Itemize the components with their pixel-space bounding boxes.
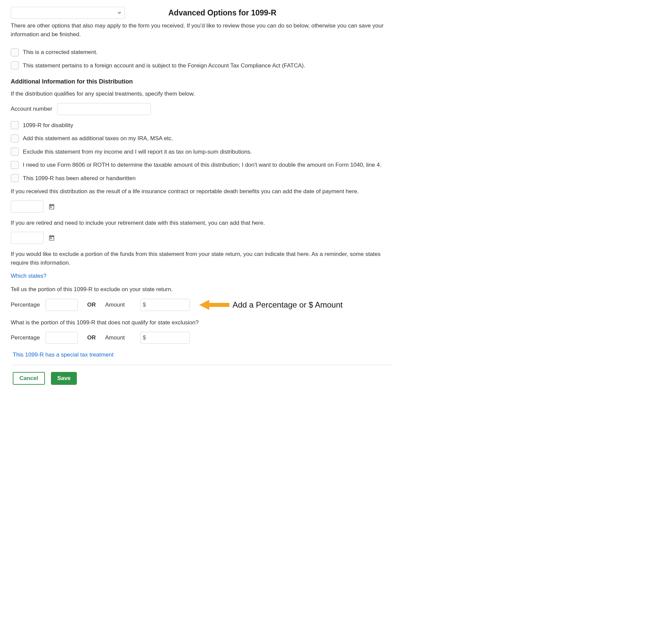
save-button[interactable]: Save <box>51 372 77 385</box>
form8606-label: I need to use Form 8606 or ROTH to deter… <box>23 161 381 169</box>
form8606-checkbox[interactable] <box>11 161 19 169</box>
not-qualify-text: What is the portion of this 1099-R that … <box>11 318 392 327</box>
account-number-label: Account number <box>11 105 52 113</box>
calendar-icon[interactable] <box>48 203 55 210</box>
notqualify-amount-label: Amount <box>105 334 136 342</box>
exclude-percentage-input[interactable] <box>46 299 78 311</box>
or-text: OR <box>87 301 96 309</box>
account-number-input[interactable] <box>57 103 151 115</box>
exclude-income-checkbox[interactable] <box>11 147 19 156</box>
corrected-label: This is a corrected statement. <box>23 48 98 57</box>
annotation-text: Add a Percentage or $ Amount <box>233 300 343 310</box>
top-select[interactable] <box>11 7 125 19</box>
cancel-button[interactable]: Cancel <box>13 372 45 385</box>
page-title: Advanced Options for 1099-R <box>168 7 276 19</box>
intro-text: There are other options that also may ap… <box>11 21 392 39</box>
life-insurance-date-input[interactable] <box>11 201 44 213</box>
life-insurance-desc: If you received this distribution as the… <box>11 187 392 196</box>
disability-checkbox[interactable] <box>11 121 19 129</box>
exclude-percentage-label: Percentage <box>11 301 41 309</box>
notqualify-percentage-label: Percentage <box>11 334 41 342</box>
state-exclude-intro: If you would like to exclude a portion o… <box>11 250 392 267</box>
special-treatment-link[interactable]: This 1099-R has a special tax treatment <box>13 351 113 358</box>
or-text: OR <box>87 334 96 342</box>
disability-label: 1099-R for disability <box>23 121 73 130</box>
tell-us-text: Tell us the portion of this 1099-R to ex… <box>11 285 392 294</box>
retirement-date-input[interactable] <box>11 232 44 244</box>
divider <box>11 365 392 365</box>
exclude-amount-input[interactable] <box>140 299 190 311</box>
svg-marker-0 <box>199 300 229 310</box>
addl-taxes-label: Add this statement as additional taxes o… <box>23 134 173 143</box>
arrow-left-icon <box>199 298 229 312</box>
additional-desc: If the distribution qualifies for any sp… <box>11 90 392 98</box>
altered-label: This 1099-R has been altered or handwrit… <box>23 174 136 183</box>
exclude-income-label: Exclude this statement from my income an… <box>23 147 252 156</box>
calendar-icon[interactable] <box>48 234 55 241</box>
notqualify-amount-input[interactable] <box>140 332 190 344</box>
retirement-desc: If you are retired and need to include y… <box>11 219 392 227</box>
corrected-checkbox[interactable] <box>11 48 19 56</box>
which-states-link[interactable]: Which states? <box>11 273 47 279</box>
addl-taxes-checkbox[interactable] <box>11 135 19 142</box>
fatca-checkbox[interactable] <box>11 61 19 69</box>
exclude-amount-label: Amount <box>105 301 136 309</box>
fatca-label: This statement pertains to a foreign acc… <box>23 61 305 70</box>
additional-heading: Additional Information for this Distribu… <box>11 77 392 86</box>
altered-checkbox[interactable] <box>11 174 19 182</box>
notqualify-percentage-input[interactable] <box>46 332 78 344</box>
